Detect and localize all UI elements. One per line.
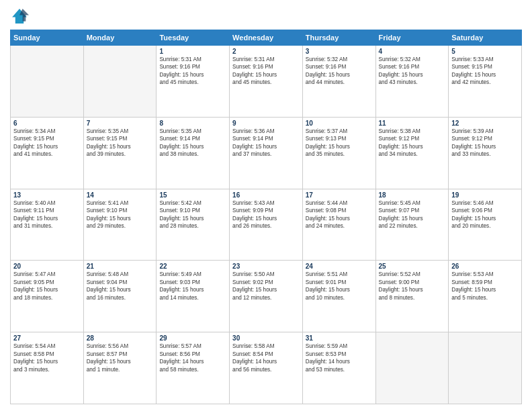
day-info: Sunrise: 5:45 AM Sunset: 9:07 PM Dayligh… <box>379 199 446 230</box>
calendar-cell: 22Sunrise: 5:49 AM Sunset: 9:03 PM Dayli… <box>157 261 230 332</box>
calendar-cell: 5Sunrise: 5:33 AM Sunset: 9:15 PM Daylig… <box>449 46 522 118</box>
calendar-cell: 9Sunrise: 5:36 AM Sunset: 9:14 PM Daylig… <box>230 117 303 189</box>
day-info: Sunrise: 5:43 AM Sunset: 9:09 PM Dayligh… <box>232 199 300 230</box>
calendar-cell: 19Sunrise: 5:46 AM Sunset: 9:06 PM Dayli… <box>449 189 522 261</box>
calendar: SundayMondayTuesdayWednesdayThursdayFrid… <box>10 30 522 404</box>
day-info: Sunrise: 5:58 AM Sunset: 8:54 PM Dayligh… <box>232 342 300 373</box>
weekday-header-row: SundayMondayTuesdayWednesdayThursdayFrid… <box>11 30 522 46</box>
calendar-cell: 20Sunrise: 5:47 AM Sunset: 9:05 PM Dayli… <box>11 261 84 332</box>
day-info: Sunrise: 5:39 AM Sunset: 9:12 PM Dayligh… <box>451 128 519 158</box>
day-info: Sunrise: 5:50 AM Sunset: 9:02 PM Dayligh… <box>232 271 300 302</box>
day-info: Sunrise: 5:47 AM Sunset: 9:05 PM Dayligh… <box>13 271 81 302</box>
day-info: Sunrise: 5:57 AM Sunset: 8:56 PM Dayligh… <box>159 342 226 373</box>
day-number: 17 <box>306 191 373 199</box>
logo-icon <box>10 7 29 26</box>
day-info: Sunrise: 5:49 AM Sunset: 9:03 PM Dayligh… <box>159 271 226 302</box>
day-number: 28 <box>87 334 154 342</box>
week-row-2: 6Sunrise: 5:34 AM Sunset: 9:15 PM Daylig… <box>11 117 522 189</box>
day-number: 9 <box>232 120 300 127</box>
calendar-cell <box>375 332 449 404</box>
calendar-cell: 3Sunrise: 5:32 AM Sunset: 9:16 PM Daylig… <box>302 46 375 118</box>
calendar-cell: 15Sunrise: 5:42 AM Sunset: 9:10 PM Dayli… <box>157 189 230 261</box>
day-number: 5 <box>451 48 519 55</box>
day-info: Sunrise: 5:33 AM Sunset: 9:15 PM Dayligh… <box>451 56 519 87</box>
day-number: 16 <box>232 191 300 199</box>
calendar-cell <box>449 332 522 404</box>
calendar-cell: 26Sunrise: 5:53 AM Sunset: 8:59 PM Dayli… <box>449 261 522 332</box>
calendar-cell: 30Sunrise: 5:58 AM Sunset: 8:54 PM Dayli… <box>230 332 303 404</box>
calendar-cell: 6Sunrise: 5:34 AM Sunset: 9:15 PM Daylig… <box>11 117 84 189</box>
page: SundayMondayTuesdayWednesdayThursdayFrid… <box>0 0 532 411</box>
day-info: Sunrise: 5:35 AM Sunset: 9:15 PM Dayligh… <box>87 128 154 158</box>
logo <box>10 7 32 26</box>
day-info: Sunrise: 5:31 AM Sunset: 9:16 PM Dayligh… <box>159 56 226 87</box>
weekday-header-sunday: Sunday <box>11 30 84 46</box>
week-row-4: 20Sunrise: 5:47 AM Sunset: 9:05 PM Dayli… <box>11 261 522 332</box>
day-number: 30 <box>232 334 300 342</box>
day-info: Sunrise: 5:52 AM Sunset: 9:00 PM Dayligh… <box>379 271 446 302</box>
calendar-cell: 2Sunrise: 5:31 AM Sunset: 9:16 PM Daylig… <box>230 46 303 118</box>
day-number: 23 <box>232 263 300 270</box>
day-number: 27 <box>13 334 81 342</box>
day-number: 13 <box>13 191 81 199</box>
day-number: 20 <box>13 263 81 270</box>
day-number: 7 <box>87 120 154 127</box>
day-number: 1 <box>159 48 226 55</box>
day-number: 25 <box>379 263 446 270</box>
day-info: Sunrise: 5:51 AM Sunset: 9:01 PM Dayligh… <box>306 271 373 302</box>
calendar-cell: 16Sunrise: 5:43 AM Sunset: 9:09 PM Dayli… <box>230 189 303 261</box>
calendar-cell: 21Sunrise: 5:48 AM Sunset: 9:04 PM Dayli… <box>83 261 157 332</box>
calendar-cell: 18Sunrise: 5:45 AM Sunset: 9:07 PM Dayli… <box>375 189 449 261</box>
day-number: 19 <box>451 191 519 199</box>
weekday-header-wednesday: Wednesday <box>230 30 303 46</box>
day-number: 18 <box>379 191 446 199</box>
weekday-header-thursday: Thursday <box>302 30 375 46</box>
calendar-cell: 29Sunrise: 5:57 AM Sunset: 8:56 PM Dayli… <box>157 332 230 404</box>
weekday-header-saturday: Saturday <box>449 30 522 46</box>
calendar-cell <box>11 46 84 118</box>
calendar-cell: 17Sunrise: 5:44 AM Sunset: 9:08 PM Dayli… <box>302 189 375 261</box>
day-info: Sunrise: 5:38 AM Sunset: 9:12 PM Dayligh… <box>379 128 446 158</box>
calendar-cell: 28Sunrise: 5:56 AM Sunset: 8:57 PM Dayli… <box>83 332 157 404</box>
weekday-header-friday: Friday <box>375 30 449 46</box>
week-row-1: 1Sunrise: 5:31 AM Sunset: 9:16 PM Daylig… <box>11 46 522 118</box>
day-number: 24 <box>306 263 373 270</box>
day-number: 11 <box>379 120 446 127</box>
day-number: 26 <box>451 263 519 270</box>
week-row-5: 27Sunrise: 5:54 AM Sunset: 8:58 PM Dayli… <box>11 332 522 404</box>
day-number: 21 <box>87 263 154 270</box>
calendar-cell: 23Sunrise: 5:50 AM Sunset: 9:02 PM Dayli… <box>230 261 303 332</box>
weekday-header-monday: Monday <box>83 30 157 46</box>
day-number: 8 <box>159 120 226 127</box>
calendar-cell: 1Sunrise: 5:31 AM Sunset: 9:16 PM Daylig… <box>157 46 230 118</box>
day-info: Sunrise: 5:53 AM Sunset: 8:59 PM Dayligh… <box>451 271 519 302</box>
day-number: 4 <box>379 48 446 55</box>
day-info: Sunrise: 5:42 AM Sunset: 9:10 PM Dayligh… <box>159 199 226 230</box>
week-row-3: 13Sunrise: 5:40 AM Sunset: 9:11 PM Dayli… <box>11 189 522 261</box>
calendar-cell: 14Sunrise: 5:41 AM Sunset: 9:10 PM Dayli… <box>83 189 157 261</box>
calendar-cell: 27Sunrise: 5:54 AM Sunset: 8:58 PM Dayli… <box>11 332 84 404</box>
calendar-cell: 31Sunrise: 5:59 AM Sunset: 8:53 PM Dayli… <box>302 332 375 404</box>
day-info: Sunrise: 5:41 AM Sunset: 9:10 PM Dayligh… <box>87 199 154 230</box>
header <box>10 7 522 26</box>
calendar-cell: 11Sunrise: 5:38 AM Sunset: 9:12 PM Dayli… <box>375 117 449 189</box>
day-info: Sunrise: 5:44 AM Sunset: 9:08 PM Dayligh… <box>306 199 373 230</box>
day-info: Sunrise: 5:40 AM Sunset: 9:11 PM Dayligh… <box>13 199 81 230</box>
weekday-header-tuesday: Tuesday <box>157 30 230 46</box>
calendar-cell: 24Sunrise: 5:51 AM Sunset: 9:01 PM Dayli… <box>302 261 375 332</box>
day-number: 12 <box>451 120 519 127</box>
calendar-cell: 13Sunrise: 5:40 AM Sunset: 9:11 PM Dayli… <box>11 189 84 261</box>
day-info: Sunrise: 5:31 AM Sunset: 9:16 PM Dayligh… <box>232 56 300 87</box>
calendar-cell: 8Sunrise: 5:35 AM Sunset: 9:14 PM Daylig… <box>157 117 230 189</box>
day-info: Sunrise: 5:54 AM Sunset: 8:58 PM Dayligh… <box>13 342 81 373</box>
day-number: 15 <box>159 191 226 199</box>
day-info: Sunrise: 5:46 AM Sunset: 9:06 PM Dayligh… <box>451 199 519 230</box>
calendar-cell: 4Sunrise: 5:32 AM Sunset: 9:16 PM Daylig… <box>375 46 449 118</box>
day-info: Sunrise: 5:48 AM Sunset: 9:04 PM Dayligh… <box>87 271 154 302</box>
day-info: Sunrise: 5:32 AM Sunset: 9:16 PM Dayligh… <box>306 56 373 87</box>
calendar-cell: 7Sunrise: 5:35 AM Sunset: 9:15 PM Daylig… <box>83 117 157 189</box>
day-info: Sunrise: 5:56 AM Sunset: 8:57 PM Dayligh… <box>87 342 154 373</box>
day-number: 2 <box>232 48 300 55</box>
day-info: Sunrise: 5:35 AM Sunset: 9:14 PM Dayligh… <box>159 128 226 158</box>
calendar-cell: 10Sunrise: 5:37 AM Sunset: 9:13 PM Dayli… <box>302 117 375 189</box>
